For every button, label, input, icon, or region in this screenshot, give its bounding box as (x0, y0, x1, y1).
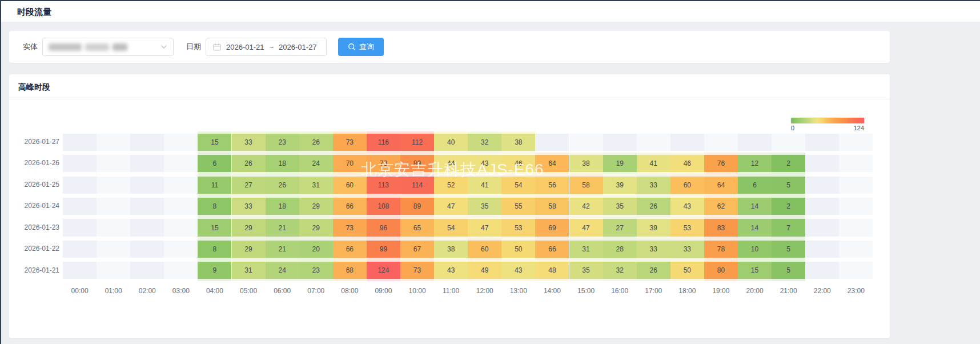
heatmap-cell[interactable]: 32 (603, 260, 637, 281)
heatmap-cell[interactable]: 29 (232, 238, 266, 259)
heatmap-cell[interactable]: 21 (266, 238, 299, 259)
heatmap-cell[interactable]: 14 (738, 217, 772, 238)
heatmap-cell[interactable]: 49 (468, 260, 501, 281)
heatmap-cell[interactable]: 99 (367, 238, 400, 259)
heatmap-cell[interactable]: 26 (299, 131, 333, 153)
heatmap-cell[interactable]: 5 (772, 260, 805, 281)
heatmap-cell[interactable]: 112 (400, 131, 434, 153)
heatmap-cell[interactable]: 54 (434, 217, 468, 238)
heatmap-cell[interactable]: 15 (198, 217, 231, 238)
heatmap-cell[interactable]: 5 (772, 238, 805, 259)
heatmap-cell[interactable]: 46 (501, 153, 535, 174)
heatmap-cell[interactable]: 41 (637, 153, 670, 174)
heatmap-cell[interactable]: 33 (637, 238, 670, 259)
heatmap-cell[interactable]: 31 (569, 238, 603, 259)
heatmap-cell[interactable]: 23 (266, 131, 299, 153)
heatmap-cell[interactable]: 58 (535, 195, 569, 217)
heatmap-cell[interactable]: 64 (704, 174, 738, 195)
heatmap-cell[interactable]: 66 (333, 238, 367, 259)
heatmap-cell[interactable]: 8 (198, 195, 231, 217)
heatmap-cell[interactable]: 73 (400, 260, 434, 281)
heatmap-cell[interactable]: 50 (501, 238, 535, 259)
heatmap-cell[interactable]: 2 (772, 153, 805, 174)
heatmap-cell[interactable]: 38 (569, 153, 603, 174)
heatmap-cell[interactable]: 2 (772, 195, 805, 217)
heatmap-cell[interactable]: 29 (299, 217, 333, 238)
heatmap-cell[interactable]: 18 (266, 195, 299, 217)
heatmap-cell[interactable]: 7 (772, 217, 805, 238)
heatmap-cell[interactable]: 8 (198, 238, 231, 259)
heatmap-cell[interactable]: 41 (468, 174, 501, 195)
heatmap-cell[interactable]: 60 (670, 174, 704, 195)
heatmap-cell[interactable]: 73 (333, 131, 367, 153)
heatmap-cell[interactable]: 43 (501, 260, 535, 281)
heatmap-cell[interactable]: 33 (232, 195, 266, 217)
heatmap-cell[interactable]: 70 (333, 153, 367, 174)
heatmap-cell[interactable]: 10 (738, 238, 772, 259)
heatmap-cell[interactable]: 48 (535, 260, 569, 281)
heatmap-cell[interactable]: 12 (738, 153, 772, 174)
heatmap-cell[interactable]: 89 (400, 153, 434, 174)
heatmap-cell[interactable]: 47 (468, 217, 501, 238)
heatmap-cell[interactable]: 54 (501, 174, 535, 195)
heatmap-cell[interactable]: 46 (670, 153, 704, 174)
heatmap-cell[interactable]: 96 (367, 217, 400, 238)
heatmap-cell[interactable]: 76 (704, 153, 738, 174)
heatmap-cell[interactable]: 39 (603, 174, 637, 195)
heatmap-cell[interactable]: 64 (535, 153, 569, 174)
heatmap-cell[interactable]: 56 (535, 174, 569, 195)
heatmap-cell[interactable]: 26 (266, 174, 299, 195)
heatmap-cell[interactable]: 52 (434, 174, 468, 195)
heatmap-cell[interactable]: 33 (637, 174, 670, 195)
heatmap-cell[interactable]: 33 (670, 238, 704, 259)
heatmap-cell[interactable]: 42 (569, 195, 603, 217)
heatmap-cell[interactable]: 6 (198, 153, 231, 174)
heatmap-cell[interactable]: 66 (535, 238, 569, 259)
heatmap-cell[interactable]: 32 (468, 131, 501, 153)
heatmap-cell[interactable]: 26 (637, 260, 670, 281)
heatmap-cell[interactable]: 9 (198, 260, 231, 281)
heatmap-cell[interactable]: 89 (400, 195, 434, 217)
heatmap-cell[interactable]: 5 (772, 174, 805, 195)
heatmap-cell[interactable]: 27 (232, 174, 266, 195)
heatmap-cell[interactable]: 55 (501, 195, 535, 217)
heatmap-cell[interactable]: 73 (367, 153, 400, 174)
heatmap-cell[interactable]: 24 (299, 153, 333, 174)
heatmap-cell[interactable]: 108 (367, 195, 400, 217)
heatmap-cell[interactable]: 6 (738, 174, 772, 195)
heatmap-cell[interactable]: 35 (603, 195, 637, 217)
heatmap-cell[interactable]: 124 (367, 260, 400, 281)
heatmap-cell[interactable]: 15 (198, 131, 231, 153)
heatmap-cell[interactable]: 40 (434, 131, 468, 153)
heatmap-cell[interactable]: 26 (637, 195, 670, 217)
heatmap-cell[interactable]: 53 (501, 217, 535, 238)
heatmap-cell[interactable]: 29 (232, 217, 266, 238)
query-button[interactable]: 查询 (338, 38, 384, 56)
heatmap-cell[interactable]: 68 (333, 260, 367, 281)
heatmap-cell[interactable]: 18 (266, 153, 299, 174)
heatmap-cell[interactable]: 14 (738, 195, 772, 217)
heatmap-cell[interactable]: 11 (198, 174, 231, 195)
heatmap-cell[interactable]: 43 (468, 153, 501, 174)
heatmap-cell[interactable]: 33 (232, 131, 266, 153)
heatmap-cell[interactable]: 66 (333, 195, 367, 217)
heatmap-cell[interactable]: 21 (266, 217, 299, 238)
heatmap-cell[interactable]: 28 (603, 238, 637, 259)
heatmap-cell[interactable]: 78 (704, 238, 738, 259)
heatmap-cell[interactable]: 60 (468, 238, 501, 259)
heatmap-cell[interactable]: 38 (501, 131, 535, 153)
date-range-picker[interactable]: 2026-01-21 ~ 2026-01-27 (206, 38, 327, 56)
entity-select[interactable] (42, 38, 174, 56)
heatmap-cell[interactable]: 19 (603, 153, 637, 174)
heatmap-cell[interactable]: 67 (400, 238, 434, 259)
heatmap-cell[interactable]: 31 (299, 174, 333, 195)
heatmap-cell[interactable]: 43 (670, 195, 704, 217)
heatmap-cell[interactable]: 35 (569, 260, 603, 281)
heatmap-cell[interactable]: 53 (670, 217, 704, 238)
heatmap-cell[interactable]: 65 (400, 217, 434, 238)
heatmap-cell[interactable]: 62 (704, 195, 738, 217)
heatmap-cell[interactable]: 15 (738, 260, 772, 281)
heatmap-cell[interactable]: 43 (434, 260, 468, 281)
heatmap-cell[interactable]: 113 (367, 174, 400, 195)
heatmap-cell[interactable]: 38 (434, 238, 468, 259)
